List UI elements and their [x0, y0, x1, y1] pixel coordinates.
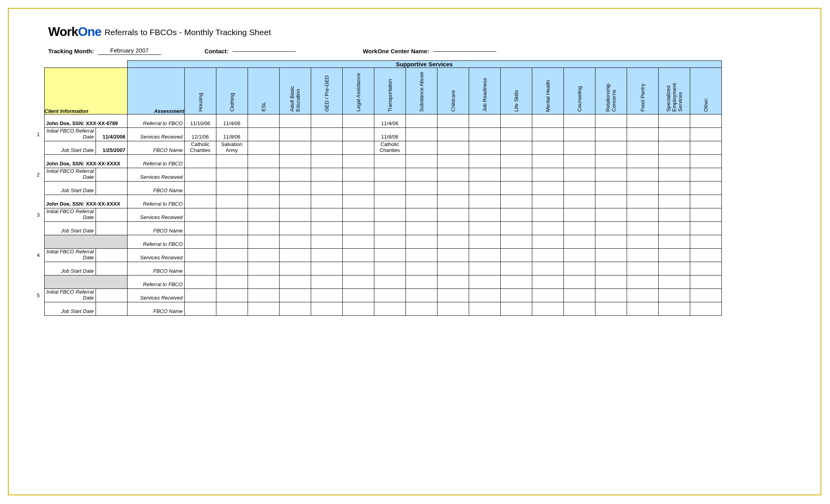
data-cell[interactable]	[563, 208, 595, 222]
data-cell[interactable]	[563, 235, 595, 249]
data-cell[interactable]	[248, 302, 279, 316]
data-cell[interactable]	[595, 235, 627, 249]
tracking-month-value[interactable]: February 2007	[98, 47, 161, 55]
data-cell[interactable]	[374, 155, 406, 168]
data-cell[interactable]	[627, 195, 658, 208]
data-cell[interactable]: 11/4/06	[216, 114, 248, 128]
data-cell[interactable]	[500, 302, 532, 316]
data-cell[interactable]	[406, 302, 437, 316]
data-cell[interactable]	[690, 182, 721, 195]
data-cell[interactable]	[279, 155, 311, 168]
data-cell[interactable]	[595, 155, 627, 168]
initial-date-value[interactable]	[96, 168, 127, 182]
data-cell[interactable]	[690, 208, 721, 222]
data-cell[interactable]	[184, 222, 216, 235]
data-cell[interactable]	[532, 235, 563, 249]
data-cell[interactable]	[595, 128, 627, 141]
initial-date-value[interactable]	[96, 289, 127, 302]
data-cell[interactable]	[658, 275, 690, 289]
data-cell[interactable]	[311, 168, 342, 182]
data-cell[interactable]	[563, 114, 595, 128]
data-cell[interactable]	[406, 182, 437, 195]
data-cell[interactable]	[469, 208, 500, 222]
data-cell[interactable]	[563, 289, 595, 302]
data-cell[interactable]	[311, 302, 342, 316]
data-cell[interactable]	[248, 262, 279, 275]
data-cell[interactable]	[469, 182, 500, 195]
data-cell[interactable]	[532, 155, 563, 168]
data-cell[interactable]	[469, 155, 500, 168]
data-cell[interactable]	[500, 168, 532, 182]
data-cell[interactable]	[500, 249, 532, 262]
data-cell[interactable]	[342, 249, 374, 262]
data-cell[interactable]	[311, 235, 342, 249]
client-name-cell[interactable]	[44, 235, 127, 249]
data-cell[interactable]	[532, 222, 563, 235]
data-cell[interactable]	[627, 182, 658, 195]
data-cell[interactable]	[248, 182, 279, 195]
data-cell[interactable]	[216, 195, 248, 208]
data-cell[interactable]	[406, 195, 437, 208]
data-cell[interactable]	[437, 222, 469, 235]
data-cell[interactable]	[500, 222, 532, 235]
center-name-value[interactable]	[433, 51, 496, 52]
data-cell[interactable]	[627, 302, 658, 316]
data-cell[interactable]	[216, 222, 248, 235]
data-cell[interactable]	[563, 302, 595, 316]
data-cell[interactable]	[532, 289, 563, 302]
data-cell[interactable]	[279, 208, 311, 222]
data-cell[interactable]	[563, 155, 595, 168]
data-cell[interactable]	[595, 262, 627, 275]
data-cell[interactable]	[595, 141, 627, 155]
data-cell[interactable]	[311, 262, 342, 275]
data-cell[interactable]	[216, 289, 248, 302]
data-cell[interactable]	[469, 289, 500, 302]
data-cell[interactable]	[342, 155, 374, 168]
data-cell[interactable]	[690, 302, 721, 316]
data-cell[interactable]	[532, 141, 563, 155]
data-cell[interactable]	[690, 235, 721, 249]
data-cell[interactable]	[658, 289, 690, 302]
jobstart-value[interactable]	[96, 302, 127, 316]
data-cell[interactable]	[658, 262, 690, 275]
data-cell[interactable]	[374, 289, 406, 302]
data-cell[interactable]	[342, 302, 374, 316]
data-cell[interactable]	[406, 128, 437, 141]
data-cell[interactable]	[184, 155, 216, 168]
initial-date-value[interactable]	[96, 249, 127, 262]
data-cell[interactable]	[563, 141, 595, 155]
jobstart-value[interactable]	[96, 262, 127, 275]
data-cell[interactable]	[658, 249, 690, 262]
data-cell[interactable]	[311, 182, 342, 195]
data-cell[interactable]	[406, 275, 437, 289]
data-cell[interactable]	[311, 141, 342, 155]
data-cell[interactable]	[690, 195, 721, 208]
data-cell[interactable]	[216, 208, 248, 222]
data-cell[interactable]	[279, 195, 311, 208]
initial-date-value[interactable]: 11/4/2006	[96, 128, 127, 141]
data-cell[interactable]	[248, 235, 279, 249]
data-cell[interactable]	[437, 195, 469, 208]
data-cell[interactable]	[563, 168, 595, 182]
data-cell[interactable]	[216, 182, 248, 195]
data-cell[interactable]	[184, 262, 216, 275]
data-cell[interactable]	[374, 168, 406, 182]
data-cell[interactable]	[658, 235, 690, 249]
data-cell[interactable]	[595, 195, 627, 208]
data-cell[interactable]	[532, 168, 563, 182]
data-cell[interactable]	[595, 208, 627, 222]
data-cell[interactable]	[248, 289, 279, 302]
data-cell[interactable]	[563, 128, 595, 141]
data-cell[interactable]	[311, 114, 342, 128]
data-cell[interactable]	[563, 262, 595, 275]
data-cell[interactable]: 11/8/06	[374, 128, 406, 141]
data-cell[interactable]	[279, 262, 311, 275]
data-cell[interactable]	[374, 208, 406, 222]
data-cell[interactable]	[311, 195, 342, 208]
data-cell[interactable]	[627, 155, 658, 168]
client-name-cell[interactable]: John Doe, SSN: XXX-XX-XXXX	[44, 155, 127, 168]
data-cell[interactable]	[627, 289, 658, 302]
data-cell[interactable]	[216, 262, 248, 275]
data-cell[interactable]	[627, 168, 658, 182]
data-cell[interactable]	[279, 249, 311, 262]
